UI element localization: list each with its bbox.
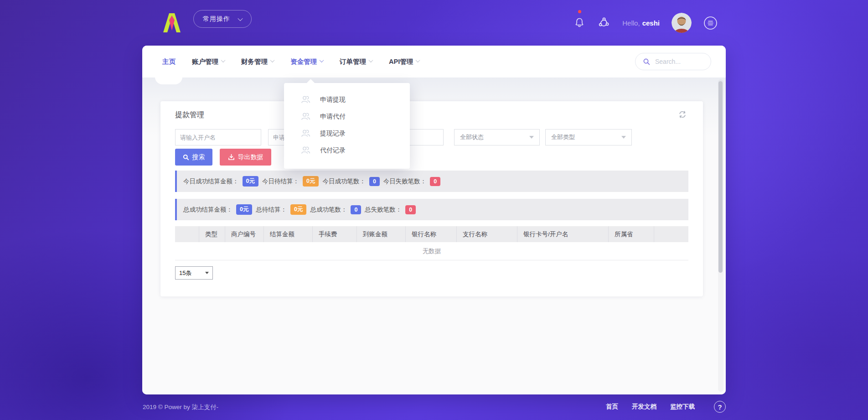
search-icon (183, 154, 189, 161)
table-header-cell (175, 226, 199, 242)
stat-label: 总待结算： (256, 206, 287, 214)
account-name-input[interactable] (175, 129, 261, 145)
status-select[interactable]: 全部状态 (454, 129, 540, 145)
type-select-value: 全部类型 (551, 133, 575, 141)
burger-circle-icon (703, 16, 718, 30)
stat-value-badge: 0元 (290, 204, 306, 215)
stat-value-badge: 0元 (243, 176, 258, 187)
notifications-bell-button[interactable] (573, 16, 586, 29)
stat-label: 总成功结算金额： (183, 206, 232, 214)
notification-dot (578, 10, 581, 13)
help-button[interactable]: ? (714, 401, 726, 413)
table-header-cell: 手续费 (313, 226, 357, 242)
app-card: 主页 账户管理 财务管理 资金管理 订单管理 API管理 提款管理 (142, 46, 726, 394)
stat-label: 今日成功结算金额： (183, 177, 239, 186)
stat-value-badge: 0 (405, 205, 416, 214)
stats-total-bar: 总成功结算金额：0元 总待结算：0元 总成功笔数：0 总失败笔数：0 (175, 199, 688, 220)
nav-item-home[interactable]: 主页 (162, 57, 176, 66)
table-header-cell: 到账金额 (357, 226, 406, 242)
status-select-value: 全部状态 (460, 133, 484, 141)
export-icon (228, 154, 235, 161)
table-header-cell: 类型 (199, 226, 225, 242)
copyright-text: 2019 © Power by 柒上支付- (143, 403, 218, 411)
users-icon (300, 111, 311, 122)
menu-item-label: 代付记录 (320, 146, 346, 155)
nav-item-funds[interactable]: 资金管理 (290, 57, 323, 66)
search-input[interactable] (655, 58, 705, 65)
question-icon: ? (718, 403, 722, 411)
quick-actions-dropdown[interactable]: 常用操作 (193, 10, 252, 28)
export-data-button[interactable]: 导出数据 (220, 149, 271, 166)
stat-label: 今日失败笔数： (383, 177, 427, 186)
nav-item-orders[interactable]: 订单管理 (340, 57, 372, 66)
menu-item-payout-records[interactable]: 代付记录 (284, 142, 410, 159)
withdrawal-panel: 提款管理 全部状态 全部类型 (160, 101, 703, 296)
stat-value-badge: 0元 (303, 176, 319, 187)
topbar-right: Hello,ceshi (573, 0, 718, 46)
nav-item-api[interactable]: API管理 (389, 57, 419, 66)
chevron-down-icon (238, 16, 243, 21)
stat-label: 总失败笔数： (365, 206, 402, 214)
caret-down-icon (529, 136, 534, 139)
share-network-icon (598, 16, 610, 29)
table-header-cell: 结算金额 (264, 226, 313, 242)
table-header-filler (654, 226, 688, 242)
bell-icon (574, 17, 585, 29)
caret-down-icon (205, 272, 209, 274)
export-button-label: 导出数据 (238, 153, 264, 161)
menu-burger-button[interactable] (703, 16, 718, 30)
stat-value-badge: 0 (430, 177, 440, 186)
stat-label: 今日待结算： (262, 177, 299, 186)
chevron-down-icon (416, 58, 420, 62)
nav-label: 资金管理 (290, 57, 317, 66)
scrollbar-thumb[interactable] (718, 81, 723, 273)
menu-item-label: 申请提现 (320, 96, 346, 104)
table-header-row: 类型 商户编号 结算金额 手续费 到账金额 银行名称 支行名称 银行卡号/开户名… (175, 226, 688, 242)
nav-label: 财务管理 (241, 57, 268, 66)
table-header-cell: 支行名称 (457, 226, 517, 242)
chevron-down-icon (320, 58, 324, 62)
quick-actions-label: 常用操作 (203, 15, 230, 23)
refresh-icon (678, 110, 687, 119)
nav-item-accounts[interactable]: 账户管理 (192, 57, 225, 66)
caret-down-icon (621, 136, 626, 139)
brand-logo-icon[interactable] (161, 12, 182, 33)
refresh-button[interactable] (678, 110, 687, 119)
user-greeting: Hello,ceshi (622, 19, 660, 27)
stat-value-badge: 0 (351, 205, 361, 214)
table-header-cell: 银行卡号/开户名 (517, 226, 609, 242)
menu-item-apply-withdraw[interactable]: 申请提现 (284, 91, 410, 108)
users-icon (300, 94, 311, 105)
search-icon (643, 58, 651, 66)
share-network-button[interactable] (598, 16, 610, 29)
users-icon (300, 128, 311, 139)
avatar[interactable] (672, 13, 692, 33)
action-buttons: 搜索 导出数据 (175, 149, 271, 166)
page-size-value: 15条 (179, 269, 191, 277)
table-header-cell: 商户编号 (225, 226, 264, 242)
stat-label: 今日成功笔数： (322, 177, 366, 186)
nav-label: 主页 (162, 57, 176, 66)
nav-item-finance[interactable]: 财务管理 (241, 57, 274, 66)
table-header-cell: 银行名称 (406, 226, 457, 242)
footer-link-monitor[interactable]: 监控下载 (670, 403, 695, 411)
chevron-down-icon (221, 58, 226, 62)
table-header-cell: 所属省 (609, 226, 654, 242)
menu-item-withdraw-records[interactable]: 提现记录 (284, 125, 410, 142)
main-nav: 主页 账户管理 财务管理 资金管理 订单管理 API管理 (142, 46, 726, 78)
users-icon (300, 145, 311, 156)
search-button-label: 搜索 (192, 153, 205, 161)
page-title: 提款管理 (175, 110, 204, 120)
nav-notch (155, 77, 182, 84)
topbar: 常用操作 Hello,ceshi (0, 0, 868, 46)
funds-dropdown-menu: 申请提现 申请代付 提现记录 代付记录 (284, 83, 410, 169)
content-area: 提款管理 全部状态 全部类型 (142, 78, 726, 394)
footer-link-home[interactable]: 首页 (606, 403, 618, 411)
menu-item-apply-payout[interactable]: 申请代付 (284, 108, 410, 125)
type-select[interactable]: 全部类型 (545, 129, 632, 145)
page-size-select[interactable]: 15条 (175, 266, 213, 280)
nav-label: 订单管理 (340, 57, 366, 66)
search-button[interactable]: 搜索 (175, 149, 212, 166)
footer-link-docs[interactable]: 开发文档 (632, 403, 656, 411)
greeting-text: Hello, (622, 19, 640, 27)
